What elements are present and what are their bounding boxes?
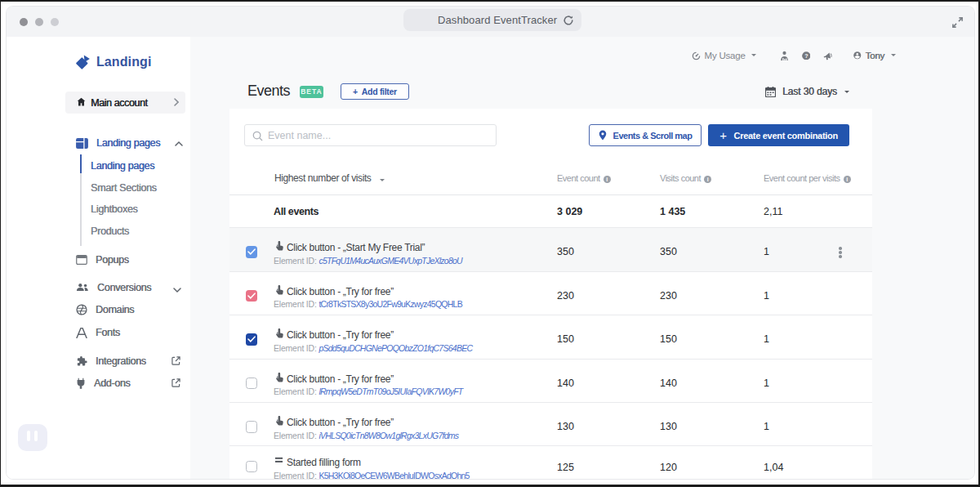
svg-text:?: ? [804, 52, 808, 59]
